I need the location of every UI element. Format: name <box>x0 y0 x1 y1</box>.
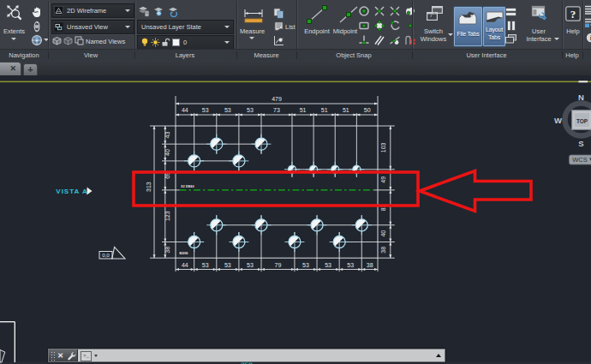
command-prompt-icon: >_ <box>81 351 92 361</box>
snap-perpendicular-icon[interactable] <box>358 34 370 46</box>
panel-label-separator <box>296 51 297 59</box>
svg-text:38: 38 <box>380 247 386 254</box>
file-tab[interactable]: ✕ <box>0 62 21 76</box>
named-views-icon[interactable] <box>75 36 84 45</box>
svg-text:313: 313 <box>146 182 152 192</box>
datum-symbol: 0,0 <box>99 248 125 260</box>
viewcube[interactable]: NWSTOP <box>554 92 591 148</box>
close-command-bar-icon[interactable]: ✕ <box>57 351 63 360</box>
svg-text:53: 53 <box>224 262 231 268</box>
drawing-canvas[interactable]: S2 DM40479445353537351515150445353537953… <box>0 75 591 364</box>
view-cube-icon-1[interactable] <box>52 36 62 45</box>
wcs-dropdown[interactable]: WCS <box>570 155 591 164</box>
customize-wrench-icon[interactable] <box>67 351 76 361</box>
measure-icon[interactable] <box>244 9 263 23</box>
svg-text:40: 40 <box>164 149 170 156</box>
svg-text:73: 73 <box>273 107 280 113</box>
panel-label-separator <box>412 51 413 59</box>
layout-tabs-line2: Tabs <box>483 33 505 41</box>
current-layer-value: 0 <box>183 39 187 46</box>
svg-text:WCS: WCS <box>572 156 588 164</box>
layer-on-bulb-icon <box>140 38 149 47</box>
extents-caret-icon[interactable] <box>11 38 16 40</box>
user-interface-button[interactable]: User Interface <box>522 27 555 43</box>
measure-caret-icon[interactable] <box>249 37 254 39</box>
view-dropdown[interactable]: Unsaved View <box>51 20 134 34</box>
panel-label-separator <box>48 51 49 59</box>
layer-color-swatch <box>172 39 180 46</box>
switch-windows-icon[interactable] <box>426 5 444 22</box>
snap-nearest-icon[interactable] <box>389 34 401 46</box>
info-icon[interactable]: i <box>586 33 591 43</box>
snap-insertion-icon[interactable] <box>358 20 370 32</box>
plate-outline <box>176 126 378 258</box>
command-history-caret-icon[interactable] <box>94 355 98 357</box>
cascade-icon[interactable] <box>505 34 516 44</box>
visual-style-icon <box>54 6 63 15</box>
layout-tabs-toggle[interactable]: Layout Tabs <box>482 6 506 47</box>
midpoint-icon[interactable] <box>337 4 360 25</box>
layer-dropdown[interactable]: 0 <box>137 35 234 50</box>
measure-button[interactable]: Measure <box>236 27 268 35</box>
snap-intersection-icon[interactable] <box>373 5 385 17</box>
snap-node-icon[interactable] <box>404 20 416 32</box>
midpoint-button[interactable]: Midpoint <box>331 27 360 35</box>
layer-state-new-icon[interactable] <box>152 5 164 17</box>
text-lines-icon[interactable] <box>585 5 591 15</box>
panel-label-user-interface: User Interface <box>466 51 506 59</box>
panel-label-navigation: Navigation <box>9 51 39 59</box>
layout-tabs-line1: Layout <box>483 26 505 33</box>
endpoint-icon[interactable] <box>306 4 328 25</box>
view-dropdown-icon <box>54 22 63 32</box>
list-icon[interactable] <box>273 21 284 32</box>
panel-label-object-snap: Object Snap <box>336 51 371 59</box>
cad-drawing: S2 DM40479445353537351515150445353537953… <box>0 75 591 364</box>
list-button[interactable]: List <box>285 23 296 31</box>
svg-text:53: 53 <box>202 262 209 268</box>
layer-state-dropdown[interactable]: Unsaved Layer State <box>137 20 234 34</box>
layer-properties-icon[interactable] <box>138 5 150 17</box>
endpoint-button[interactable]: Endpoint <box>299 27 335 35</box>
orbit-icon[interactable] <box>31 21 43 33</box>
svg-text:53: 53 <box>247 262 254 268</box>
snap-geometric-center-icon[interactable] <box>404 5 416 17</box>
help-icon[interactable]: ? <box>565 6 581 21</box>
close-tab-icon[interactable]: ✕ <box>9 64 16 73</box>
text-lines-blue-icon[interactable] <box>585 18 591 27</box>
extents-button[interactable]: Extents <box>0 27 28 35</box>
new-tab-button[interactable]: + <box>23 63 38 76</box>
command-expand-icon[interactable] <box>436 354 441 357</box>
viewcube-top-face: TOP <box>576 118 588 124</box>
snap-tangent-icon[interactable] <box>389 20 401 32</box>
visual-style-dropdown[interactable]: 2D Wireframe <box>51 3 134 18</box>
layer-caret-icon <box>224 41 230 44</box>
dimensions: 4794453535373515151504453535379535353383… <box>146 96 391 271</box>
command-bar-grip[interactable]: ✕ <box>49 349 78 361</box>
svg-text:53: 53 <box>224 107 231 113</box>
ribbon-panel-labels: Navigation View Layers Measure Object Sn… <box>0 49 591 61</box>
quick-calc-icon[interactable] <box>273 8 284 19</box>
switch-windows-line1: Switch <box>415 27 451 35</box>
tile-horizontally-icon[interactable] <box>505 8 516 16</box>
command-bar[interactable]: ✕ >_ <box>48 349 445 362</box>
file-tabs-toggle[interactable]: File Tabs <box>453 6 483 47</box>
snap-quadrant-icon[interactable] <box>373 20 385 32</box>
switch-windows-button[interactable]: Switch Windows <box>415 27 451 43</box>
snap-apparent-intersection-icon[interactable] <box>389 5 401 17</box>
user-interface-icon[interactable] <box>531 5 547 21</box>
help-button[interactable]: Help <box>563 27 583 35</box>
view-cube-icon-2[interactable] <box>63 36 73 45</box>
pan-icon[interactable] <box>31 6 43 18</box>
area-icon[interactable] <box>273 35 284 46</box>
snap-center-icon[interactable] <box>358 5 370 17</box>
zoom-extents-icon[interactable] <box>4 3 23 21</box>
steering-wheel-icon[interactable] <box>31 34 43 46</box>
user-interface-caret-icon[interactable] <box>554 38 559 40</box>
named-views-button[interactable]: Named Views <box>86 38 125 45</box>
switch-windows-line2: Windows <box>415 35 451 43</box>
view-dropdown-caret-icon <box>125 26 130 28</box>
layer-restore-icon[interactable] <box>167 5 179 17</box>
snap-parallel-icon[interactable] <box>373 34 385 46</box>
snap-off-icon[interactable] <box>404 34 416 46</box>
tile-vertically-icon[interactable] <box>507 21 516 31</box>
